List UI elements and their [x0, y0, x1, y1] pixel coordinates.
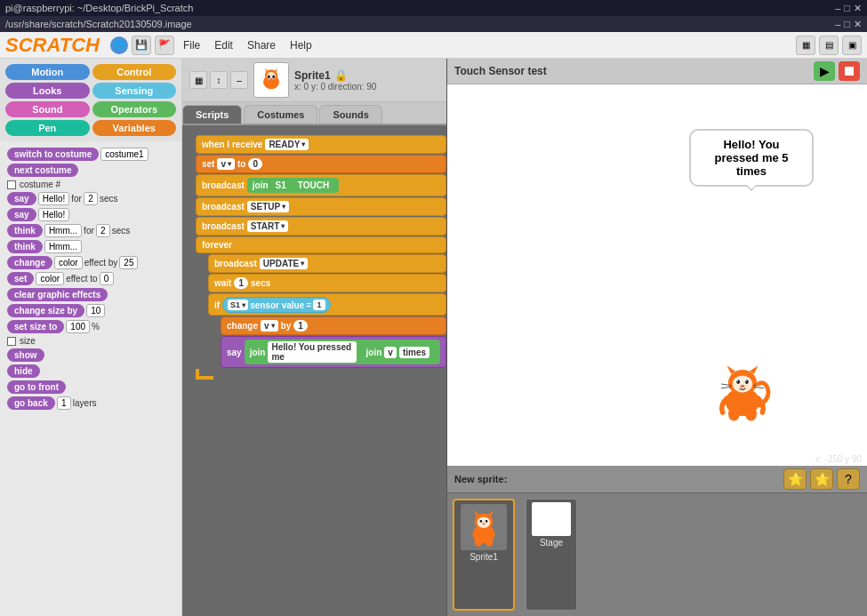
category-buttons: Motion Control Looks Sensing Sound Opera… [0, 59, 181, 141]
block-go-back[interactable]: go back [7, 396, 55, 410]
sprite1-label: Sprite1 [470, 552, 498, 562]
s1-dd[interactable]: S1 [228, 300, 248, 310]
list-item: think Hmm... [7, 240, 174, 253]
help-menu[interactable]: Help [285, 37, 317, 53]
svg-point-7 [269, 78, 273, 81]
forever-block[interactable]: forever [196, 236, 446, 253]
block-think[interactable]: think [7, 224, 43, 237]
list-item: costume # [7, 180, 174, 189]
to-label: to [237, 159, 245, 169]
block-think2[interactable]: think [7, 240, 43, 253]
edit-menu[interactable]: Edit [209, 37, 238, 53]
block-change-effect[interactable]: change [7, 256, 52, 269]
v-dropdown[interactable]: v [217, 158, 235, 170]
ready-dropdown[interactable]: READY [265, 139, 309, 150]
tab-scripts[interactable]: Scripts [182, 105, 242, 124]
block-broadcast-join[interactable]: broadcast join S1 TOUCH [196, 174, 446, 196]
tab-sounds[interactable]: Sounds [319, 105, 381, 124]
block-set-size[interactable]: set size to [7, 320, 64, 333]
sprite1-tile-img [461, 504, 507, 550]
block-clear[interactable]: clear graphic effects [7, 288, 108, 301]
inner-join: join v times [361, 345, 435, 360]
green-flag-btn[interactable]: ▶ [814, 61, 835, 81]
block-change-size[interactable]: change size by [7, 304, 84, 317]
new-sprite-paint[interactable]: ⭐ [783, 468, 807, 490]
cat-operators[interactable]: Operators [92, 101, 177, 117]
costume-checkbox[interactable] [7, 180, 16, 189]
cat-sound[interactable]: Sound [5, 101, 90, 117]
new-sprite-file[interactable]: ? [837, 468, 860, 490]
update-dropdown[interactable]: UPDATE [260, 258, 308, 269]
block-set-v[interactable]: set v to 0 [196, 155, 446, 173]
block-say2[interactable]: say [7, 208, 36, 221]
new-sprite-surprise[interactable]: ⭐ [810, 468, 833, 490]
titlebar-scratch: /usr/share/scratch/Scratch20130509.image… [0, 16, 867, 32]
minus-nav-btn[interactable]: – [230, 71, 248, 89]
coord-x-label: x: [815, 454, 825, 464]
file-menu[interactable]: File [178, 37, 205, 53]
view-btn-2[interactable]: ▤ [819, 36, 839, 55]
stage-tile[interactable]: Stage [526, 499, 577, 611]
flag-icon[interactable]: 🚩 [155, 36, 174, 55]
block-effect-num2: 0 [100, 272, 114, 285]
block-next-costume[interactable]: next costume [7, 164, 78, 177]
save-icon[interactable]: 💾 [132, 36, 151, 55]
cat-sprite [707, 356, 778, 430]
arrows-nav-btn[interactable]: ↕ [210, 71, 228, 89]
svg-point-17 [745, 380, 747, 382]
block-switch-costume[interactable]: switch to costume [7, 148, 99, 161]
block-broadcast-setup[interactable]: broadcast SETUP [196, 197, 446, 216]
start-dropdown[interactable]: START [247, 220, 289, 232]
wait-secs-val: 1 [234, 277, 248, 289]
costume-label: costume # [20, 180, 60, 189]
cat-motion[interactable]: Motion [5, 64, 90, 80]
lock-icon: 🔒 [334, 69, 348, 82]
list-item: clear graphic effects [7, 288, 174, 301]
view-btn-1[interactable]: ▦ [796, 36, 815, 55]
block-wait[interactable]: wait 1 secs [208, 274, 446, 292]
sprite-x-label: x: [294, 82, 304, 92]
block-go-front[interactable]: go to front [7, 380, 66, 394]
block-show[interactable]: show [7, 348, 44, 362]
by-val: 1 [293, 320, 308, 332]
globe-icon[interactable]: 🌐 [110, 36, 128, 54]
tab-costumes[interactable]: Costumes [244, 105, 317, 124]
block-set-effect[interactable]: set [7, 272, 34, 285]
block-size-num: 10 [86, 304, 105, 317]
block-layers-num: 1 [57, 396, 71, 410]
block-say-join[interactable]: say join Hello! You pressed me join v ti… [221, 336, 446, 368]
sprite-header: ▦ ↕ – Sprite1 [182, 59, 446, 102]
block-when-receive[interactable]: when I receive READY [196, 135, 446, 154]
block-say[interactable]: say [7, 192, 36, 205]
block-broadcast-update[interactable]: broadcast UPDATE [208, 254, 446, 273]
stage-nav-btn[interactable]: ▦ [189, 71, 207, 89]
block-secs: secs [100, 194, 118, 204]
block-hide[interactable]: hide [7, 364, 40, 378]
list-item: change size by 10 [7, 304, 174, 317]
svg-point-37 [475, 537, 482, 546]
v-dd2[interactable]: v [261, 320, 278, 332]
block-layers: layers [73, 398, 97, 408]
bottom-content: Sprite1 Stage [447, 493, 867, 616]
setup-dropdown[interactable]: SETUP [247, 201, 289, 212]
change-label: change [227, 321, 258, 331]
sprite1-tile[interactable]: Sprite1 [453, 499, 515, 611]
view-btn-3[interactable]: ▣ [842, 36, 862, 55]
scripts-area: when I receive READY set v to 0 broadcas… [182, 125, 446, 616]
block-change-v[interactable]: change v by 1 [221, 316, 446, 335]
stage-title: Touch Sensor test [454, 65, 547, 77]
stop-btn[interactable] [839, 61, 860, 81]
svg-point-36 [482, 523, 485, 524]
stage-area: Touch Sensor test ▶ Hello! You pressed m… [447, 59, 867, 465]
cat-looks[interactable]: Looks [5, 83, 90, 99]
block-broadcast-start[interactable]: broadcast START [196, 217, 446, 236]
block-if[interactable]: if S1 sensor value = 1 [208, 293, 446, 316]
size-checkbox[interactable] [7, 337, 16, 346]
share-menu[interactable]: Share [242, 37, 281, 53]
cat-control[interactable]: Control [92, 64, 177, 80]
cat-variables[interactable]: Variables [92, 120, 177, 136]
list-item: size [7, 336, 174, 346]
cat-pen[interactable]: Pen [5, 120, 90, 136]
right-panel: Touch Sensor test ▶ Hello! You pressed m… [447, 59, 867, 616]
cat-sensing[interactable]: Sensing [92, 83, 177, 99]
